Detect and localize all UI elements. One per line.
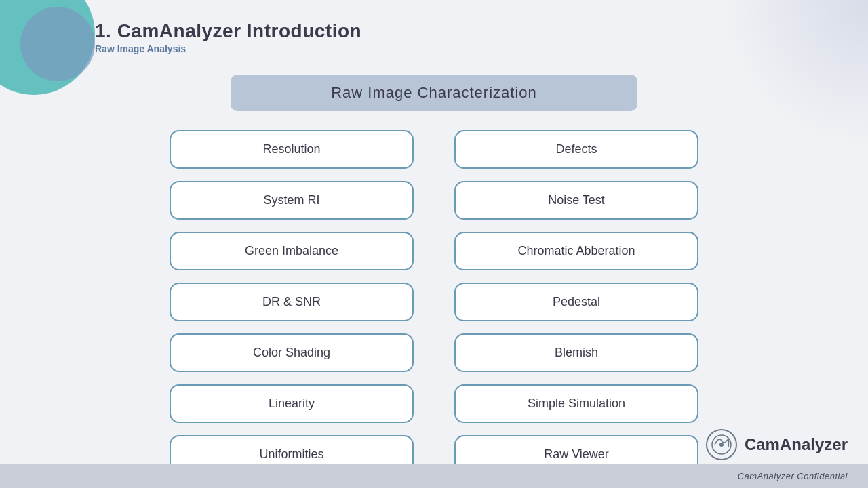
btn-green-imbalance[interactable]: Green Imbalance (170, 232, 414, 270)
bg-circle-blue (20, 7, 95, 81)
btn-system-ri[interactable]: System RI (170, 181, 414, 220)
page-subtitle: Raw Image Analysis (95, 43, 361, 54)
btn-chromatic-abberation[interactable]: Chromatic Abberation (454, 232, 698, 270)
logo-area: CamAnalyzer (705, 428, 848, 461)
btn-pedestal[interactable]: Pedestal (454, 283, 698, 321)
camanalyzer-logo-icon (705, 428, 738, 461)
btn-noise-test[interactable]: Noise Test (454, 181, 698, 220)
btn-resolution[interactable]: Resolution (170, 130, 414, 169)
page-title: 1. CamAnalyzer Introduction (95, 20, 361, 42)
btn-linearity[interactable]: Linearity (170, 384, 414, 423)
logo-text: CamAnalyzer (745, 435, 848, 454)
footer-text: CamAnalyzer Confidential (738, 471, 848, 481)
btn-defects[interactable]: Defects (454, 130, 698, 169)
main-content: Raw Image Characterization Resolution De… (95, 75, 773, 468)
footer: CamAnalyzer Confidential (0, 464, 868, 488)
header: 1. CamAnalyzer Introduction Raw Image An… (95, 20, 361, 54)
btn-simple-simulation[interactable]: Simple Simulation (454, 384, 698, 423)
svg-point-2 (719, 443, 724, 447)
btn-dr-snr[interactable]: DR & SNR (170, 283, 414, 321)
feature-grid: Resolution Defects System RI Noise Test … (170, 130, 698, 474)
btn-blemish[interactable]: Blemish (454, 333, 698, 372)
btn-color-shading[interactable]: Color Shading (170, 333, 414, 372)
banner: Raw Image Characterization (231, 75, 637, 111)
